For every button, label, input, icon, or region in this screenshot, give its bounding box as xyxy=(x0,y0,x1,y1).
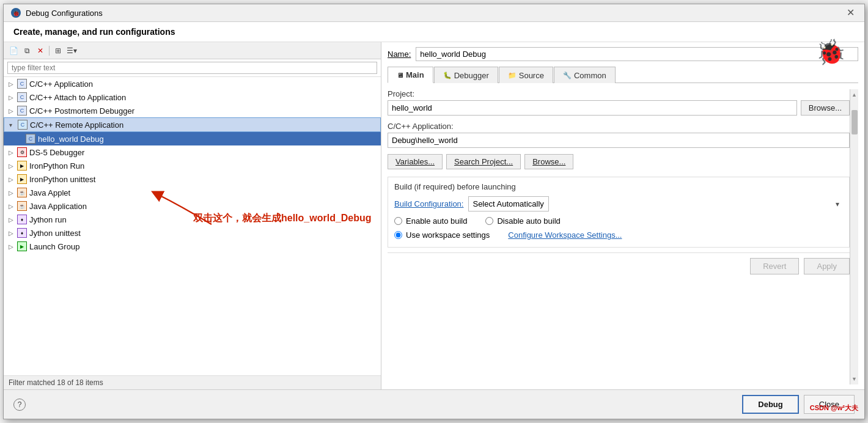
expand-icon: ▷ xyxy=(9,230,15,237)
main-tab-icon: 🖥 xyxy=(397,72,403,79)
build-section: Build (if required) before launching Bui… xyxy=(388,177,850,248)
tab-common[interactable]: 🔧 Common xyxy=(554,67,616,83)
tab-main-label: Main xyxy=(406,70,424,79)
browse-project-button[interactable]: Browse... xyxy=(801,100,850,116)
tree-item-label: C/C++ Postmortem Debugger xyxy=(29,106,134,116)
new-config-button[interactable]: 📄 xyxy=(7,45,20,57)
search-project-button[interactable]: Search Project... xyxy=(446,154,521,169)
delete-config-button[interactable]: ✕ xyxy=(34,45,46,57)
radio-auto-build-input[interactable] xyxy=(394,217,402,225)
tree-item-ironpython-unit[interactable]: ▷ ▶ IronPython unittest xyxy=(4,172,381,186)
tree-item-java-app[interactable]: ▷ ☕ Java Application xyxy=(4,199,381,213)
right-panel: Name: 🖥 Main 🐛 Debugger 📁 Source xyxy=(381,42,864,389)
right-scroll-wrapper: Project: Browse... C/C++ Application: xyxy=(388,89,858,384)
expand-icon: ▷ xyxy=(9,189,15,196)
project-field-group: Project: Browse... xyxy=(388,89,850,116)
help-button[interactable]: ? xyxy=(13,399,26,411)
config-tabs: 🖥 Main 🐛 Debugger 📁 Source 🔧 Common xyxy=(388,66,858,83)
java-app-icon: ☕ xyxy=(17,201,27,211)
more-options-button[interactable]: ☰▾ xyxy=(65,45,78,57)
cpp-postmortem-icon: C xyxy=(17,106,27,116)
search-project-label: Search Project... xyxy=(454,157,513,166)
tree-item-jython-run[interactable]: ▷ ♦ Jython run xyxy=(4,213,381,226)
tab-source-label: Source xyxy=(519,71,544,80)
filter-status: Filter matched 18 of 18 items xyxy=(4,375,381,389)
tree-item-java-applet[interactable]: ▷ ☕ Java Applet xyxy=(4,186,381,199)
java-applet-icon: ☕ xyxy=(17,188,27,197)
apply-button[interactable]: Apply xyxy=(804,258,850,274)
right-scrollbar[interactable]: ▲ ▼ xyxy=(850,89,858,384)
configure-workspace-link[interactable]: Configure Workspace Settings... xyxy=(508,230,622,242)
close-dialog-button[interactable]: ✕ xyxy=(844,8,857,18)
dialog-subtitle: Create, manage, and run configurations xyxy=(4,22,864,42)
filter-input[interactable] xyxy=(7,62,377,74)
revert-button[interactable]: Revert xyxy=(750,258,799,274)
tree-item-label: C/C++ Remote Application xyxy=(30,120,123,130)
tree-item-label: IronPython Run xyxy=(29,161,84,171)
expand-icon: ▷ xyxy=(9,203,15,210)
title-bar-left: 🐞 Debug Configurations xyxy=(11,8,103,18)
filter-config-button[interactable]: ⊞ xyxy=(52,45,64,57)
expand-icon: ▾ xyxy=(9,122,15,128)
name-input[interactable] xyxy=(416,47,858,61)
browse-project-label: Browse... xyxy=(809,103,842,112)
debug-button-label: Debug xyxy=(758,400,782,409)
project-field-row: Browse... xyxy=(388,100,850,116)
tree-item-cpp-app[interactable]: ▷ C C/C++ Application xyxy=(4,77,381,90)
tree-item-label: Launch Group xyxy=(29,242,79,251)
bug-icon-decoration: 🐞 xyxy=(815,38,846,68)
common-tab-icon: 🔧 xyxy=(563,72,572,79)
radio-disable-build-input[interactable] xyxy=(485,217,493,225)
tree-container[interactable]: ▷ C C/C++ Application ▷ C C/C++ Attach t… xyxy=(4,77,381,375)
csdn-watermark: CSDN @w²大夫 xyxy=(810,403,858,413)
cpp-attach-icon: C xyxy=(17,92,27,102)
right-form-inner: Project: Browse... C/C++ Application: xyxy=(388,89,850,384)
project-label: Project: xyxy=(388,89,850,98)
ironpython-unit-icon: ▶ xyxy=(17,174,27,184)
tab-source[interactable]: 📁 Source xyxy=(499,67,553,83)
radio-workspace: Use workspace settings xyxy=(394,230,490,240)
tree-item-jython-unit[interactable]: ▷ ♦ Jython unittest xyxy=(4,226,381,240)
radio-auto-build-label: Enable auto build xyxy=(406,216,467,226)
tree-item-cpp-postmortem[interactable]: ▷ C C/C++ Postmortem Debugger xyxy=(4,104,381,117)
expand-icon: ▷ xyxy=(9,216,15,223)
tab-common-label: Common xyxy=(574,71,606,80)
build-title: Build (if required) before launching xyxy=(394,182,843,191)
tab-debugger[interactable]: 🐛 Debugger xyxy=(434,67,498,83)
radio-auto-build: Enable auto build xyxy=(394,216,467,226)
jython-unit-icon: ♦ xyxy=(17,228,27,238)
browse-app-label: Browse... xyxy=(532,157,565,166)
cpp-app-icon: C xyxy=(17,79,27,89)
bottom-actions: Revert Apply xyxy=(388,252,850,274)
tree-item-launch-group[interactable]: ▷ ▶ Launch Group xyxy=(4,240,381,253)
tree-item-hello-debug[interactable]: C hello_world Debug xyxy=(4,132,381,145)
tree-item-label: Java Application xyxy=(29,202,87,211)
radio-disable-build: Disable auto build xyxy=(485,216,560,226)
expand-icon: ▷ xyxy=(9,149,15,156)
app-field-row xyxy=(388,133,850,148)
build-config-select[interactable]: Select Automatically Debug Release xyxy=(468,196,549,211)
project-input[interactable] xyxy=(388,100,797,116)
tree-item-ironpython-run[interactable]: ▷ ▶ IronPython Run xyxy=(4,159,381,172)
build-config-label[interactable]: Build Configuration: xyxy=(394,199,463,208)
debug-button[interactable]: Debug xyxy=(742,395,798,414)
ds5-icon: ⚙ xyxy=(17,147,27,157)
duplicate-config-button[interactable]: ⧉ xyxy=(21,45,33,57)
name-row: Name: xyxy=(388,47,858,61)
tree-item-label: hello_world Debug xyxy=(38,134,104,144)
dialog-title: Debug Configurations xyxy=(26,9,103,18)
app-input[interactable] xyxy=(388,133,850,148)
variables-button[interactable]: Variables... xyxy=(388,154,443,169)
build-config-row: Build Configuration: Select Automaticall… xyxy=(394,196,843,211)
tree-item-cpp-remote[interactable]: ▾ C C/C++ Remote Application xyxy=(4,117,381,132)
tab-main[interactable]: 🖥 Main xyxy=(388,67,433,83)
tree-item-label: Jython unittest xyxy=(29,229,81,238)
radio-workspace-input[interactable] xyxy=(394,231,402,239)
main-content: 📄 ⧉ ✕ ⊞ ☰▾ ▷ C C/C++ Application xyxy=(4,42,864,389)
tree-item-label: DS-5 Debugger xyxy=(29,148,84,157)
variables-label: Variables... xyxy=(395,157,435,166)
tree-item-label: C/C++ Attach to Application xyxy=(29,93,126,102)
tree-item-ds5[interactable]: ▷ ⚙ DS-5 Debugger xyxy=(4,145,381,159)
browse-app-button[interactable]: Browse... xyxy=(524,154,573,169)
tree-item-cpp-attach[interactable]: ▷ C C/C++ Attach to Application xyxy=(4,90,381,104)
